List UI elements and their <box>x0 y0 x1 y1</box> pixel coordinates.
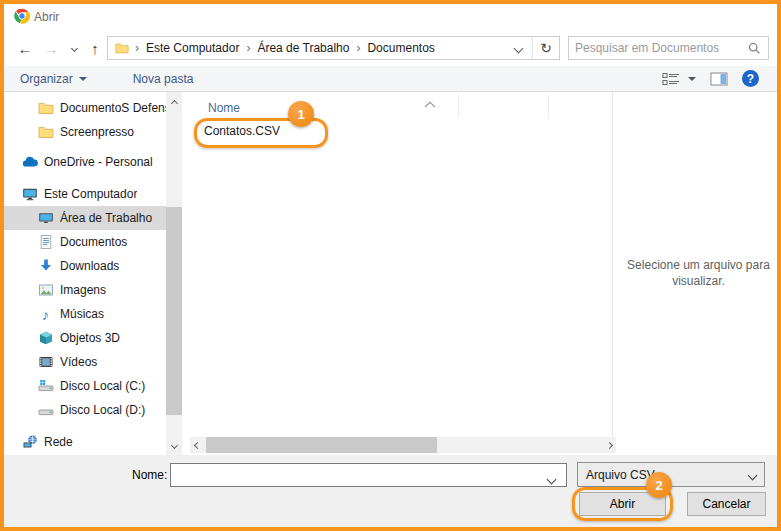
file-type-value: Arquivo CSV <box>586 468 655 482</box>
up-button[interactable]: ↑ <box>84 36 106 60</box>
open-button[interactable]: Abrir <box>579 492 666 516</box>
sidebar-item-label: Rede <box>44 435 73 449</box>
sidebar-item-videos[interactable]: Vídeos <box>4 350 166 374</box>
breadcrumb-separator-icon: › <box>353 41 363 55</box>
file-type-select[interactable]: Arquivo CSV <box>577 462 765 487</box>
sidebar-item-area-de-trabalho[interactable]: Área de Trabalho <box>4 206 166 230</box>
film-icon <box>37 354 54 370</box>
preview-pane-button[interactable] <box>710 72 728 86</box>
file-row-contatos-csv[interactable]: Contatos.CSV <box>204 121 324 141</box>
sidebar-item-label: Documentos <box>60 235 127 249</box>
breadcrumb-este-computador[interactable]: Este Computador <box>142 41 243 55</box>
folder-icon <box>113 40 130 56</box>
column-divider[interactable] <box>458 95 459 117</box>
file-name-dropdown-icon[interactable] <box>548 472 555 486</box>
sidebar-item-rede[interactable]: Rede <box>4 430 166 454</box>
folder-icon <box>37 100 54 116</box>
search-input[interactable] <box>569 41 741 55</box>
cancel-button-label: Cancelar <box>702 497 750 511</box>
refresh-button[interactable]: ↻ <box>532 37 559 59</box>
sidebar-item-disco-local-c[interactable]: Disco Local (C:) <box>4 374 166 398</box>
hscrollbar-thumb[interactable] <box>206 437 437 453</box>
view-mode-button[interactable] <box>662 72 696 86</box>
file-type-dropdown-icon <box>749 468 756 482</box>
sidebar-item-label: DocumentoS Defensor <box>60 101 166 115</box>
sidebar-item-downloads[interactable]: Downloads <box>4 254 166 278</box>
computer-icon <box>21 186 38 202</box>
drive-icon <box>37 402 54 418</box>
dropdown-arrow-icon <box>79 77 87 81</box>
file-name-input[interactable] <box>170 463 567 487</box>
view-dropdown-icon <box>688 77 696 81</box>
navigation-bar: ← → ↑ › Este Computador › Área de Trabal… <box>4 29 777 66</box>
sidebar-item-label: Disco Local (D:) <box>60 403 145 417</box>
organize-label: Organizar <box>20 72 73 86</box>
column-header-nome[interactable]: Nome <box>208 101 240 115</box>
column-divider[interactable] <box>548 95 549 117</box>
file-name: Contatos.CSV <box>204 124 280 138</box>
sidebar-item-este-computador[interactable]: Este Computador <box>4 182 166 206</box>
onedrive-cloud-icon <box>21 154 38 170</box>
scroll-up-icon[interactable] <box>166 95 182 111</box>
address-dropdown-icon[interactable] <box>505 41 532 55</box>
window-title: Abrir <box>34 10 59 24</box>
main-area: DocumentoS Defensor Screenpresso OneDriv… <box>4 92 777 455</box>
sort-ascending-icon <box>424 97 436 111</box>
scroll-right-icon[interactable] <box>602 437 616 453</box>
help-button[interactable]: ? <box>742 70 759 87</box>
breadcrumb-documentos[interactable]: Documentos <box>363 41 438 55</box>
scroll-down-icon[interactable] <box>166 437 182 453</box>
new-folder-label: Nova pasta <box>133 72 194 86</box>
cancel-button[interactable]: Cancelar <box>687 492 766 516</box>
sidebar-item-disco-local-d[interactable]: Disco Local (D:) <box>4 398 166 422</box>
sidebar-item-label: Downloads <box>60 259 119 273</box>
picture-icon <box>37 282 54 298</box>
sidebar-scrollbar-thumb[interactable] <box>166 207 182 415</box>
breadcrumb-separator-icon: › <box>132 41 142 55</box>
sidebar-item-imagens[interactable]: Imagens <box>4 278 166 302</box>
search-icon <box>741 42 768 55</box>
sidebar-item-label: Músicas <box>60 307 104 321</box>
music-note-icon: ♪ <box>37 306 54 322</box>
history-dropdown-icon[interactable] <box>66 36 82 60</box>
drive-windows-icon <box>37 378 54 394</box>
sidebar-item-label: Objetos 3D <box>60 331 120 345</box>
cube-3d-icon <box>37 330 54 346</box>
sidebar-item-label: Imagens <box>60 283 106 297</box>
sidebar-item-onedrive[interactable]: OneDrive - Personal <box>4 150 166 174</box>
desktop-icon <box>37 210 54 226</box>
chrome-icon <box>14 8 30 24</box>
sidebar-item-label: Disco Local (C:) <box>60 379 145 393</box>
list-view-icon <box>662 72 680 86</box>
document-icon <box>37 234 54 250</box>
breadcrumb-separator-icon: › <box>243 41 253 55</box>
network-icon <box>21 434 38 450</box>
folder-icon <box>37 124 54 140</box>
preview-pane-divider[interactable] <box>612 92 613 437</box>
back-button[interactable]: ← <box>14 36 36 60</box>
forward-button[interactable]: → <box>40 36 62 60</box>
sidebar-item-documentos-defensor[interactable]: DocumentoS Defensor <box>4 96 166 120</box>
scroll-left-icon[interactable] <box>190 437 204 453</box>
sidebar-item-screenpresso[interactable]: Screenpresso <box>4 120 166 144</box>
file-name-label: Nome: <box>132 468 167 482</box>
download-arrow-icon <box>37 258 54 274</box>
sidebar-item-musicas[interactable]: ♪ Músicas <box>4 302 166 326</box>
sidebar-item-objetos-3d[interactable]: Objetos 3D <box>4 326 166 350</box>
preview-message: Selecione um arquivo para visualizar. <box>622 257 775 289</box>
sidebar-item-documentos[interactable]: Documentos <box>4 230 166 254</box>
new-folder-button[interactable]: Nova pasta <box>123 66 204 91</box>
preview-pane-icon <box>710 72 728 86</box>
sidebar-item-label: OneDrive - Personal <box>44 155 153 169</box>
command-bar: Organizar Nova pasta ? <box>4 66 777 92</box>
organize-menu-button[interactable]: Organizar <box>10 66 97 91</box>
sidebar-item-label: Vídeos <box>60 355 97 369</box>
sidebar-item-label: Screenpresso <box>60 125 134 139</box>
title-bar: Abrir <box>4 4 777 29</box>
sidebar-item-label: Este Computador <box>44 187 137 201</box>
breadcrumb-area-de-trabalho[interactable]: Área de Trabalho <box>253 41 353 55</box>
open-button-label: Abrir <box>610 497 635 511</box>
address-bar[interactable]: › Este Computador › Área de Trabalho › D… <box>107 36 560 60</box>
search-box <box>568 36 769 60</box>
open-file-dialog: Abrir ← → ↑ › Este Computador › Área de … <box>0 0 781 531</box>
